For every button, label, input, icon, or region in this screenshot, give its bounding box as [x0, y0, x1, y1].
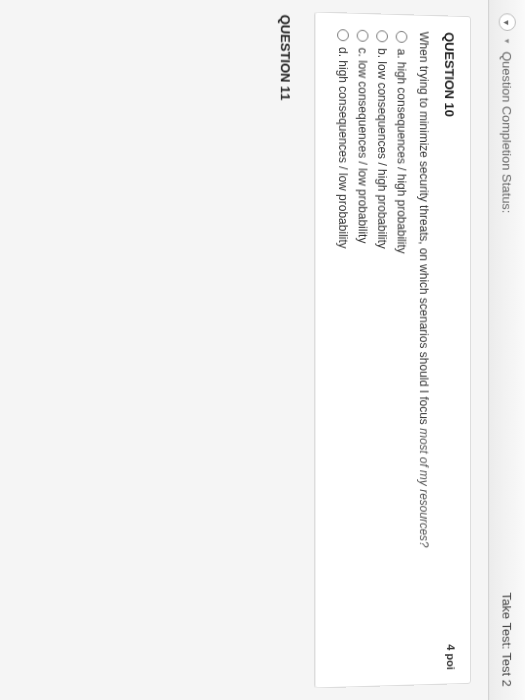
option-label: d. high consequences / low probability [336, 47, 350, 249]
content-area: 4 poi QUESTION 10 When trying to minimiz… [277, 0, 487, 700]
header-bar: ▾ ▾ Question Completion Status: Take Tes… [488, 0, 525, 700]
option-c[interactable]: c. low consequences / low probability [352, 30, 372, 671]
completion-status-label: Question Completion Status: [500, 51, 514, 213]
radio-d[interactable] [337, 29, 349, 41]
question-11-title: QUESTION 11 [277, 10, 292, 689]
test-title: Take Test: Test 2 [500, 592, 514, 687]
points-label: 4 poi [445, 644, 457, 670]
question-title: QUESTION 10 [442, 32, 456, 668]
radio-b[interactable] [376, 30, 388, 42]
option-label: b. low consequences / high probability [375, 48, 389, 249]
option-a[interactable]: a. high consequences / high probability [391, 31, 410, 670]
option-label: a. high consequences / high probability [394, 49, 408, 254]
options-list: a. high consequences / high probability … [333, 29, 411, 671]
dropdown-caret-icon: ▾ [502, 39, 512, 44]
option-label: c. low consequences / low probability [355, 47, 369, 243]
question-title-text: QUESTION 10 [442, 32, 456, 117]
option-d[interactable]: d. high consequences / low probability [333, 29, 353, 671]
radio-a[interactable] [395, 31, 407, 43]
question-10-block: 4 poi QUESTION 10 When trying to minimiz… [314, 12, 470, 689]
prompt-emphasis: most of my resources? [417, 428, 431, 548]
test-screen: ct 10- ▾ ▾ Question Completion Status: T… [0, 0, 525, 700]
expand-button[interactable]: ▾ [498, 13, 515, 31]
radio-c[interactable] [356, 30, 368, 42]
prompt-lead: When trying to minimize security threats… [417, 31, 431, 428]
chevron-down-icon: ▾ [502, 20, 512, 25]
question-prompt: When trying to minimize security threats… [417, 31, 431, 668]
header-left: ▾ ▾ Question Completion Status: [498, 13, 515, 213]
option-b[interactable]: b. low consequences / high probability [372, 30, 391, 670]
